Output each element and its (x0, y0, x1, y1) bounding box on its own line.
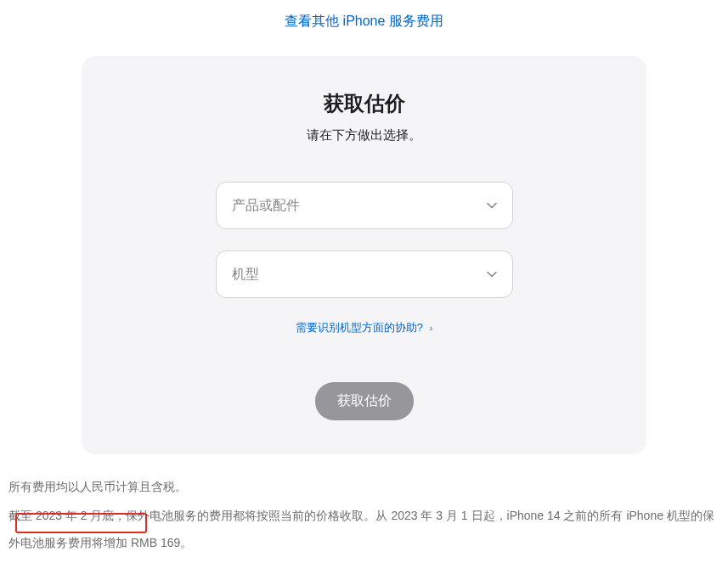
model-select-wrap: 机型 (216, 251, 513, 298)
footer-line-2: 截至 2023 年 2 月底，保外电池服务的费用都将按照当前的价格收取。从 20… (8, 502, 720, 556)
footer-notes: 所有费用均以人民币计算且含税。 截至 2023 年 2 月底，保外电池服务的费用… (0, 454, 728, 563)
model-select[interactable]: 机型 (216, 251, 513, 298)
footer-line-1: 所有费用均以人民币计算且含税。 (8, 473, 720, 500)
get-estimate-button[interactable]: 获取估价 (315, 382, 414, 420)
top-link-row: 查看其他 iPhone 服务费用 (0, 0, 728, 56)
estimate-card: 获取估价 请在下方做出选择。 产品或配件 机型 需要识别机型方面的协助? › 获… (82, 56, 646, 454)
product-select-wrap: 产品或配件 (216, 182, 513, 229)
product-select-placeholder: 产品或配件 (232, 197, 300, 215)
card-title: 获取估价 (124, 90, 604, 117)
chevron-down-icon (487, 269, 497, 279)
help-link-label: 需要识别机型方面的协助? (296, 321, 423, 334)
other-services-link[interactable]: 查看其他 iPhone 服务费用 (285, 14, 443, 28)
identify-model-help-link[interactable]: 需要识别机型方面的协助? › (296, 321, 433, 334)
chevron-down-icon (487, 200, 497, 211)
chevron-right-icon: › (430, 323, 433, 333)
card-subtitle: 请在下方做出选择。 (124, 127, 604, 144)
model-select-placeholder: 机型 (232, 266, 259, 284)
help-link-row: 需要识别机型方面的协助? › (124, 319, 604, 335)
product-select[interactable]: 产品或配件 (216, 182, 513, 229)
